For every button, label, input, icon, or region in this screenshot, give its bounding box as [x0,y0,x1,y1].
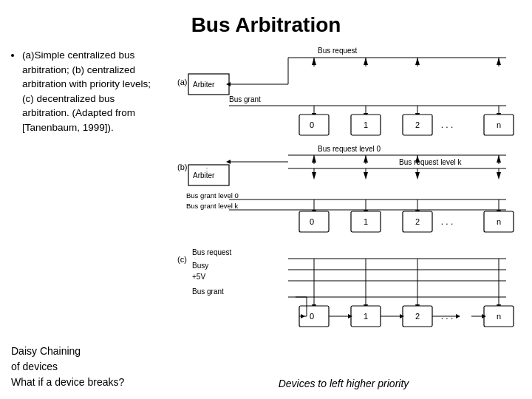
svg-marker-17 [415,58,420,65]
node0-a: 0 [310,120,314,129]
bus-grant-k-label: Bus grant level k [186,202,238,210]
svg-marker-22 [497,58,501,65]
arbiter-label-b: Arbiter [193,171,215,180]
bus-request-c: Bus request [192,248,232,256]
bottom-left-text: Daisy Chaining of devices What if a devi… [7,344,163,390]
svg-marker-82 [456,314,460,318]
page-title: Bus Arbitration [0,0,532,37]
bus-req-k: Bus request level k [399,158,462,166]
node1-b: 1 [364,217,368,226]
bus-grant-label-a: Bus grant [229,95,261,103]
node1-c: 1 [364,312,368,321]
arbiter-label-a: Arbiter [193,81,215,89]
node2-b: 2 [415,217,420,226]
label-c: (c) [177,255,187,264]
svg-marker-55 [497,155,501,163]
dots-b: . . . [441,216,454,227]
arbiter-dots: : [206,166,208,173]
node0-b: 0 [310,217,314,226]
bus-grant-0-label: Bus grant level 0 [186,191,239,200]
noden-c: n [497,312,501,321]
diagram-panel: Bus request (a) Arbiter Bus grant [163,44,525,355]
noden-b: n [497,217,501,226]
noden-a: n [497,120,501,129]
svg-marker-30 [226,160,231,164]
svg-marker-43 [364,172,368,180]
svg-marker-36 [312,172,316,180]
svg-marker-57 [497,172,501,180]
label-b: (b) [177,163,187,171]
bus-req-0: Bus request level 0 [318,145,381,153]
node2-a: 2 [415,120,420,129]
busy-label-c: Busy [192,262,208,270]
node2-c: 2 [415,312,420,321]
bus-grant-c: Bus grant [192,287,224,296]
svg-marker-41 [364,155,368,163]
node1-a: 1 [364,120,368,129]
node0-c: 0 [310,312,314,321]
svg-marker-7 [312,58,316,65]
svg-marker-12 [364,58,368,65]
label-a: (a) [177,78,187,86]
bullet-text: (a)Simple centralized bus arbitration; (… [11,48,163,134]
dots-a: . . . [441,120,454,130]
plus5v-label-c: +5V [192,273,205,281]
svg-marker-34 [312,155,316,163]
svg-marker-50 [415,172,420,180]
bus-request-label-a: Bus request [318,47,358,55]
bottom-right-text: Devices to left higher priority [163,377,525,390]
